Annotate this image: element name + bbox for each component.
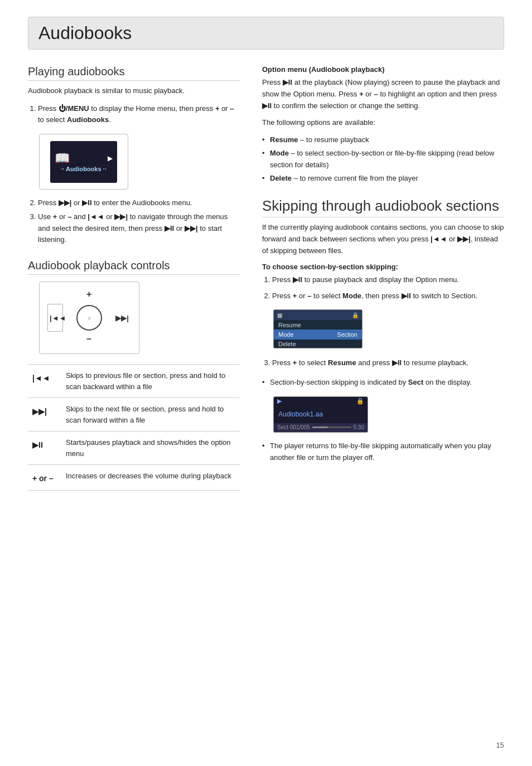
audio-display-top: ▶ 🔒 xyxy=(274,397,367,406)
progress-fill xyxy=(312,426,328,428)
progress-bar xyxy=(312,426,351,428)
play-icon: ▶ xyxy=(277,397,282,405)
table-row: ▶▶| Skips to the next file or section, p… xyxy=(28,398,240,432)
controls-inner: + – |◄◄ ▶▶| ○ xyxy=(47,287,131,348)
desc-2: Skips to the next file or section, press… xyxy=(61,398,240,432)
ctrl-back-label: |◄◄ xyxy=(50,314,66,322)
page-number: 15 xyxy=(496,741,504,749)
skip-subsection-title: To choose section-by-section skipping: xyxy=(262,263,504,271)
skip-steps: Press ▶II to pause playback and display … xyxy=(262,274,504,302)
device-screen: 📖 ▶ ·· Audiobooks ·· xyxy=(50,141,117,183)
desc-1: Skips to previous file or section, press… xyxy=(61,365,240,398)
option-resume: Resume – to resume playback xyxy=(262,134,504,146)
ctrl-fwd-label: ▶▶| xyxy=(115,314,129,322)
skip-bullets: Section-by-section skipping is indicated… xyxy=(262,377,504,389)
skip-intro: If the currently playing audiobook conta… xyxy=(262,222,504,256)
options-list: Resume – to resume playback Mode – to se… xyxy=(262,134,504,184)
menu-lock-icon: 🔒 xyxy=(352,312,359,318)
menu-delete-row: Delete xyxy=(278,341,296,347)
symbol-3: ▶II xyxy=(28,432,61,465)
playing-steps: Press ⏻/MENU to display the Home menu, t… xyxy=(28,103,240,127)
table-row: |◄◄ Skips to previous file or section, p… xyxy=(28,365,240,398)
table-row: ▶II Starts/pauses playback and shows/hid… xyxy=(28,432,240,465)
ctrl-center-circle: ○ xyxy=(76,305,102,331)
skip-step-2: Press + or – to select Mode, then press … xyxy=(272,290,504,302)
right-column: Option menu (Audiobook playback) Press ▶… xyxy=(262,65,504,502)
ctrl-minus-label: – xyxy=(86,334,91,344)
time-label: 5:30 xyxy=(354,424,364,430)
option-menu-body: Press ▶II at the playback (Now playing) … xyxy=(262,77,504,111)
step-3: Use + or – and |◄◄ or ▶▶| to navigate th… xyxy=(38,211,240,246)
skip-section-title: Skipping through audiobook sections xyxy=(262,197,504,217)
symbol-2: ▶▶| xyxy=(28,398,61,432)
options-available-label: The following options are available: xyxy=(262,117,504,129)
playing-steps-2: Press ▶▶| or ▶II to enter the Audiobooks… xyxy=(28,197,240,246)
option-menu-title: Option menu (Audiobook playback) xyxy=(262,65,504,74)
controls-table: |◄◄ Skips to previous file or section, p… xyxy=(28,364,240,491)
section-label: Sect 001/005 xyxy=(277,424,310,430)
step-2: Press ▶▶| or ▶II to enter the Audiobooks… xyxy=(38,197,240,209)
left-column: Playing audiobooks Audiobook playback is… xyxy=(28,65,240,502)
desc-4: Increases or decreases the volume during… xyxy=(61,465,240,491)
menu-mode-row: Mode xyxy=(278,331,294,338)
controls-diagram: + – |◄◄ ▶▶| ○ xyxy=(39,282,139,354)
playing-intro: Audiobook playback is similar to music p… xyxy=(28,85,240,96)
skip-bullet-1: Section-by-section skipping is indicated… xyxy=(262,377,504,389)
ctrl-plus-label: + xyxy=(86,289,91,299)
skip-step3: Press + to select Resume and press ▶II t… xyxy=(262,357,504,369)
main-content: Playing audiobooks Audiobook playback is… xyxy=(28,65,504,502)
skip-bullet-2: The player returns to file-by-file skipp… xyxy=(262,440,504,464)
skip-step-1: Press ▶II to pause playback and display … xyxy=(272,274,504,286)
audio-filename: Audiobook1.aa xyxy=(278,410,323,418)
menu-section-label: Section xyxy=(337,331,357,338)
page: Audiobooks Playing audiobooks Audiobook … xyxy=(0,0,532,766)
page-title: Audiobooks xyxy=(38,23,494,43)
audio-display-bot: Sect 001/005 5:30 xyxy=(274,423,367,432)
step-3-item: Press + to select Resume and press ▶II t… xyxy=(272,357,504,369)
ctrl-center-icon: ○ xyxy=(88,315,91,321)
table-row: + or – Increases or decreases the volume… xyxy=(28,465,240,491)
audio-display-mid: Audiobook1.aa xyxy=(274,406,367,423)
desc-3: Starts/pauses playback and shows/hides t… xyxy=(61,432,240,465)
device-mockup: 📖 ▶ ·· Audiobooks ·· xyxy=(39,134,128,190)
controls-section-title: Audiobook playback controls xyxy=(28,259,240,275)
step-1: Press ⏻/MENU to display the Home menu, t… xyxy=(38,103,240,127)
symbol-4: + or – xyxy=(28,465,61,491)
skip-bullets-2: The player returns to file-by-file skipp… xyxy=(262,440,504,464)
option-mode: Mode – to select section-by-section or f… xyxy=(262,148,504,171)
page-header: Audiobooks xyxy=(28,17,504,50)
menu-resume-row: Resume xyxy=(278,322,301,328)
option-delete: Delete – to remove current file from the… xyxy=(262,173,504,185)
audio-display-mockup: ▶ 🔒 Audiobook1.aa Sect 001/005 5:30 xyxy=(273,396,368,433)
playing-section-title: Playing audiobooks xyxy=(28,65,240,81)
menu-screen-mockup: ▦ 🔒 Resume Mode Section Delete xyxy=(273,309,362,348)
audio-lock-icon: 🔒 xyxy=(356,397,364,405)
menu-icon: ▦ xyxy=(277,312,282,318)
device-label: ·· Audiobooks ·· xyxy=(61,166,106,172)
symbol-1: |◄◄ xyxy=(28,365,61,398)
